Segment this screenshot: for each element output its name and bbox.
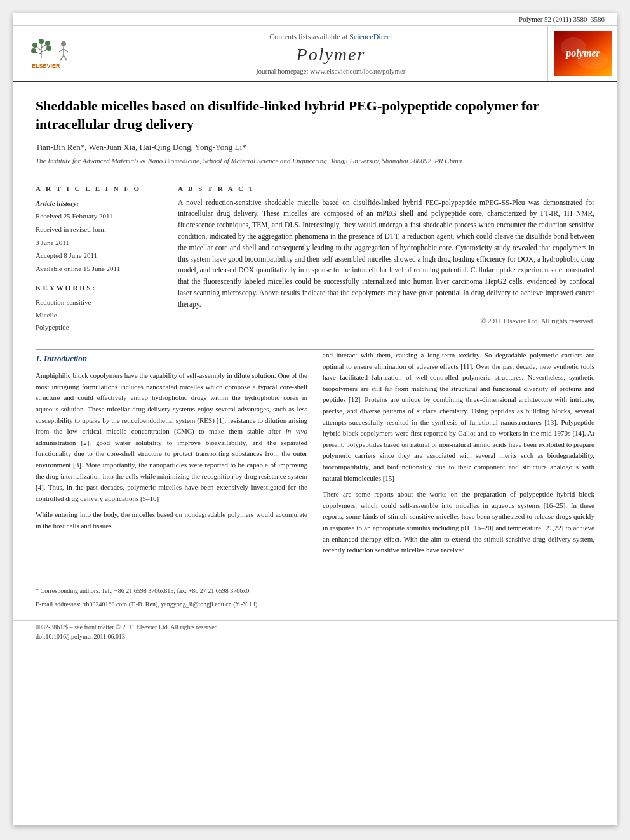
- intro-para-2: While entering into the body, the micell…: [36, 509, 307, 531]
- page: Polymer 52 (2011) 3580–3586: [13, 13, 617, 825]
- keywords-label: Keywords:: [36, 284, 163, 291]
- article-info-column: A R T I C L E I N F O Article history: R…: [36, 185, 163, 335]
- footnote-section: * Corresponding authors. Tel.: +86 21 65…: [13, 582, 617, 615]
- article-columns: A R T I C L E I N F O Article history: R…: [36, 185, 594, 335]
- accepted-date: Accepted 8 June 2011: [36, 250, 163, 262]
- sciencedirect-line: Contents lists available at ScienceDirec…: [269, 32, 392, 42]
- keyword-3: Polypeptide: [36, 321, 163, 334]
- intro-para-3: and interact with them, causing a long-t…: [323, 350, 594, 484]
- journal-header-center: Contents lists available at ScienceDirec…: [114, 26, 547, 81]
- keyword-1: Reduction-sensitive: [36, 297, 163, 309]
- issn-line: 0032-3861/$ – see front matter © 2011 El…: [36, 623, 594, 630]
- authors-text: Tian-Bin Ren*, Wen-Juan Xia, Hai-Qing Do…: [36, 142, 246, 152]
- polymer-logo-icon: polymer: [554, 31, 612, 76]
- history-label: Article history:: [36, 197, 163, 210]
- email-label: E-mail addresses:: [36, 601, 81, 608]
- polymer-logo-container: polymer: [547, 26, 617, 81]
- svg-point-6: [32, 43, 37, 48]
- email-2: yangyong_li@tongji.edu.cn (Y.-Y. Li).: [161, 601, 259, 608]
- contents-text: Contents lists available at: [269, 32, 347, 41]
- keywords-section: Keywords: Reduction-sensitive Micelle Po…: [36, 284, 163, 334]
- received-revised-date: 3 June 2011: [36, 237, 163, 249]
- email-1: rtb00240163.com (T.-B. Ren),: [82, 601, 159, 608]
- received-revised-label: Received in revised form: [36, 223, 163, 236]
- polymer-logo: polymer: [554, 31, 612, 76]
- svg-text:ELSEVIER: ELSEVIER: [32, 63, 60, 69]
- body-right-column: and interact with them, causing a long-t…: [323, 350, 594, 561]
- abstract-column: A B S T R A C T A novel reduction-sensit…: [178, 185, 594, 335]
- journal-name: Polymer: [297, 44, 366, 65]
- intro-para-1: Amphiphilic block copolymers have the ca…: [36, 370, 307, 504]
- sciencedirect-link[interactable]: ScienceDirect: [349, 32, 392, 41]
- svg-point-10: [39, 39, 44, 44]
- copyright: © 2011 Elsevier Ltd. All rights reserved…: [178, 317, 594, 324]
- article-affiliation: The Institute for Advanced Materials & N…: [36, 156, 594, 166]
- article-info-label: A R T I C L E I N F O: [36, 185, 163, 192]
- available-date: Available online 15 June 2011: [36, 263, 163, 275]
- divider-1: [36, 178, 594, 178]
- citation-text: Polymer 52 (2011) 3580–3586: [519, 15, 605, 23]
- abstract-label: A B S T R A C T: [178, 185, 594, 192]
- section-1-title: 1. Introduction: [36, 352, 307, 365]
- svg-point-9: [46, 46, 51, 51]
- svg-text:polymer: polymer: [565, 48, 600, 59]
- svg-point-7: [31, 48, 36, 53]
- article-title: Sheddable micelles based on disulfide-li…: [36, 97, 594, 133]
- journal-header: ELSEVIER Contents lists available at Sci…: [13, 26, 617, 82]
- article-content: Sheddable micelles based on disulfide-li…: [13, 82, 617, 349]
- section-1-heading: Introduction: [44, 354, 87, 363]
- received-date: Received 25 February 2011: [36, 210, 163, 222]
- email-line: E-mail addresses: rtb00240163.com (T.-B.…: [36, 599, 594, 609]
- body-columns: 1. Introduction Amphiphilic block copoly…: [13, 350, 617, 577]
- journal-homepage: journal homepage: www.elsevier.com/locat…: [256, 67, 405, 75]
- article-history: Article history: Received 25 February 20…: [36, 197, 163, 275]
- svg-point-8: [45, 41, 50, 46]
- keyword-2: Micelle: [36, 309, 163, 322]
- article-authors: Tian-Bin Ren*, Wen-Juan Xia, Hai-Qing Do…: [36, 142, 594, 152]
- intro-para-4: There are some reports about the works o…: [323, 489, 594, 556]
- elsevier-logo-container: ELSEVIER: [13, 26, 114, 81]
- keywords-list: Reduction-sensitive Micelle Polypeptide: [36, 297, 163, 334]
- corresponding-author: * Corresponding authors. Tel.: +86 21 65…: [36, 586, 594, 596]
- doi-line: doi:10.1016/j.polymer.2011.06.013: [36, 633, 594, 640]
- citation-bar: Polymer 52 (2011) 3580–3586: [13, 13, 617, 26]
- svg-point-11: [61, 41, 66, 46]
- elsevier-logo-icon: ELSEVIER: [29, 36, 98, 71]
- section-1-number: 1.: [36, 354, 42, 363]
- abstract-text: A novel reduction-sensitive sheddable mi…: [178, 197, 594, 310]
- bottom-info: 0032-3861/$ – see front matter © 2011 El…: [13, 620, 617, 646]
- body-left-column: 1. Introduction Amphiphilic block copoly…: [36, 350, 307, 561]
